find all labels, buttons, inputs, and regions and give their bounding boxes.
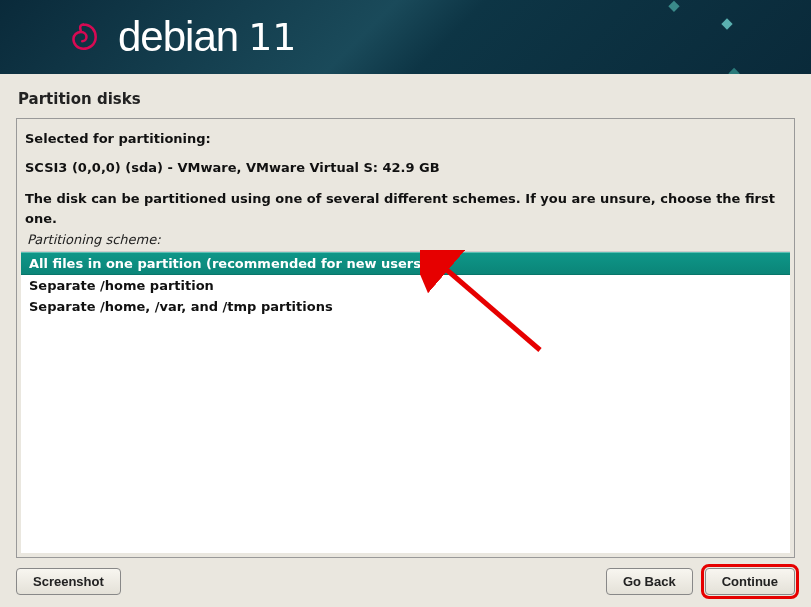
footer-buttons: Screenshot Go Back Continue bbox=[16, 558, 795, 595]
brand-version: 11 bbox=[248, 15, 296, 59]
option-separate-home[interactable]: Separate /home partition bbox=[21, 275, 790, 296]
main-content: Partition disks Selected for partitionin… bbox=[0, 74, 811, 607]
instruction-text: The disk can be partitioned using one of… bbox=[21, 179, 790, 231]
page-title: Partition disks bbox=[16, 84, 795, 118]
brand-name: debian bbox=[118, 13, 238, 61]
partition-panel: Selected for partitioning: SCSI3 (0,0,0)… bbox=[16, 118, 795, 558]
debian-swirl-icon bbox=[60, 16, 102, 58]
go-back-button[interactable]: Go Back bbox=[606, 568, 693, 595]
scheme-label: Partitioning scheme: bbox=[21, 230, 790, 251]
screenshot-button[interactable]: Screenshot bbox=[16, 568, 121, 595]
selected-label: Selected for partitioning: bbox=[21, 129, 790, 150]
continue-button[interactable]: Continue bbox=[705, 568, 795, 595]
option-all-in-one[interactable]: All files in one partition (recommended … bbox=[21, 252, 790, 275]
disk-info: SCSI3 (0,0,0) (sda) - VMware, VMware Vir… bbox=[21, 150, 790, 179]
installer-header: debian 11 bbox=[0, 0, 811, 74]
option-separate-home-var-tmp[interactable]: Separate /home, /var, and /tmp partition… bbox=[21, 296, 790, 317]
scheme-options-list: All files in one partition (recommended … bbox=[21, 251, 790, 553]
